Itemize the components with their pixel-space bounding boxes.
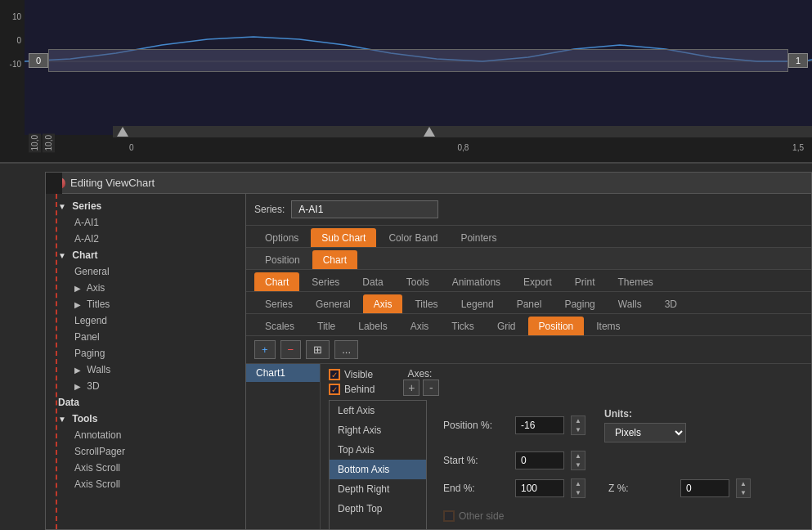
tab-pointers[interactable]: Pointers [450, 228, 507, 247]
tab-position[interactable]: Position [254, 250, 311, 269]
tab-walls2[interactable]: Walls [608, 294, 653, 313]
tree-paging[interactable]: Paging [46, 345, 245, 362]
x-label-15: 1,5 [792, 143, 804, 152]
tab-labels[interactable]: Labels [348, 317, 397, 335]
tree-annotation[interactable]: Annotation [46, 427, 245, 443]
start-input[interactable] [515, 451, 564, 469]
axis-bottom[interactable]: Bottom Axis [330, 460, 426, 479]
tab-title2[interactable]: Title [307, 317, 346, 335]
tree-walls[interactable]: ▶ Walls [46, 362, 245, 378]
tab-scales[interactable]: Scales [254, 317, 305, 335]
tree-series[interactable]: ▼ Series [46, 198, 245, 214]
lower-section: Left Axis Right Axis Top Axis Bottom Axi… [321, 400, 811, 529]
tab-titles2[interactable]: Titles [404, 294, 448, 313]
tab-legend2[interactable]: Legend [451, 294, 505, 313]
other-side-checkbox[interactable] [443, 510, 455, 522]
content-panel: Series: A-AI1 A-AI2 Options Sub Chart Co… [246, 194, 811, 529]
visible-label: Visible [344, 369, 373, 380]
axis-left[interactable]: Left Axis [330, 401, 426, 420]
range-fill[interactable] [48, 49, 788, 72]
end-input[interactable] [515, 479, 564, 497]
range-handle-0[interactable]: 0 [29, 53, 48, 68]
tab-data[interactable]: Data [352, 272, 393, 291]
tab-ticks[interactable]: Ticks [441, 317, 485, 335]
tab-colorband[interactable]: Color Band [378, 228, 448, 247]
tree-3d[interactable]: ▶ 3D [46, 378, 245, 394]
range-handle-1[interactable]: 1 [788, 53, 808, 68]
tab-grid[interactable]: Grid [487, 317, 527, 335]
axis-depth-right[interactable]: Depth Right [330, 479, 426, 499]
tree-titles[interactable]: ▶ Titles [46, 296, 245, 312]
axis-top[interactable]: Top Axis [330, 440, 426, 460]
add-btn[interactable]: + [254, 340, 276, 359]
position-spin-up[interactable]: ▲ [572, 416, 585, 425]
tab-print[interactable]: Print [564, 272, 606, 291]
axes-remove-btn[interactable]: - [423, 380, 439, 396]
z-spin-up[interactable]: ▲ [737, 479, 750, 488]
tab-bar-4: Series General Axis Titles Legend Panel … [246, 292, 811, 314]
more-btn[interactable]: ... [334, 340, 358, 359]
axes-add-btn[interactable]: + [403, 380, 419, 396]
tab-axis[interactable]: Axis [363, 294, 403, 313]
tab-tools[interactable]: Tools [396, 272, 440, 291]
z-spin-down[interactable]: ▼ [737, 488, 750, 497]
tab-subchart[interactable]: Sub Chart [311, 228, 376, 247]
tree-general[interactable]: General [46, 263, 245, 280]
tree-panel-item[interactable]: Panel [46, 329, 245, 345]
tab-axis2[interactable]: Axis [400, 317, 440, 335]
behind-label: Behind [344, 384, 375, 395]
tree-legend[interactable]: Legend [46, 312, 245, 329]
units-group: Units: Pixels Percent [604, 408, 686, 442]
start-spin: ▲ ▼ [571, 451, 585, 470]
cb-visible[interactable]: Visible [329, 369, 375, 380]
end-spin-down[interactable]: ▼ [572, 488, 585, 497]
end-spin-up[interactable]: ▲ [572, 479, 585, 488]
z-input[interactable] [680, 479, 729, 497]
tree-a-ai1[interactable]: A-AI1 [46, 214, 245, 231]
tab-panel2[interactable]: Panel [506, 294, 553, 313]
tab-animations[interactable]: Animations [442, 272, 511, 291]
cb-behind[interactable]: Behind [329, 384, 375, 395]
tree-axisscroll1[interactable]: Axis Scroll [46, 460, 245, 476]
axis-depth-top[interactable]: Depth Top [330, 499, 426, 519]
x-label-0: 0 [129, 143, 134, 152]
tab-3d2[interactable]: 3D [654, 294, 688, 313]
tab-themes[interactable]: Themes [607, 272, 663, 291]
tree-scrollpager[interactable]: ScrollPager [46, 443, 245, 460]
tab-general2[interactable]: General [305, 294, 361, 313]
tree-axisscroll2[interactable]: Axis Scroll [46, 476, 245, 492]
tab-paging2[interactable]: Paging [554, 294, 605, 313]
z-label: Z %: [608, 483, 674, 494]
tab-options[interactable]: Options [254, 228, 309, 247]
series-select[interactable]: A-AI1 A-AI2 [291, 200, 438, 218]
tree-a-ai2[interactable]: A-AI2 [46, 231, 245, 247]
units-select[interactable]: Pixels Percent [604, 423, 686, 442]
behind-checkbox[interactable] [329, 384, 340, 395]
tree-data[interactable]: Data [46, 394, 245, 411]
left-label-2: 10,0 [43, 133, 55, 152]
chart-list-item-chart1[interactable]: Chart1 [246, 364, 320, 382]
tab-items[interactable]: Items [585, 317, 630, 335]
y-label-0: 0 [16, 36, 21, 45]
position-spin-down[interactable]: ▼ [572, 425, 585, 434]
axes-group: Axes: + - [399, 368, 439, 396]
visible-checkbox[interactable] [329, 369, 340, 380]
tree-tools[interactable]: ▼ Tools [46, 411, 245, 427]
start-spin-up[interactable]: ▲ [572, 451, 585, 460]
tab-export[interactable]: Export [513, 272, 563, 291]
tab-series2[interactable]: Series [301, 272, 350, 291]
icon-btn[interactable]: ⊞ [306, 340, 330, 359]
scroll-track[interactable] [113, 126, 812, 137]
axis-right[interactable]: Right Axis [330, 420, 426, 440]
tab-series3[interactable]: Series [254, 294, 303, 313]
start-spin-down[interactable]: ▼ [572, 460, 585, 469]
tab-chart[interactable]: Chart [312, 250, 357, 269]
axes-btns: + - [403, 380, 439, 396]
tree-axis[interactable]: ▶ Axis [46, 280, 245, 296]
position-input[interactable] [515, 416, 564, 434]
tab-position2[interactable]: Position [528, 317, 585, 335]
position-spin: ▲ ▼ [571, 415, 585, 435]
remove-btn[interactable]: − [280, 340, 302, 359]
tree-chart[interactable]: ▼ Chart [46, 247, 245, 263]
tab-chart2[interactable]: Chart [254, 272, 299, 291]
